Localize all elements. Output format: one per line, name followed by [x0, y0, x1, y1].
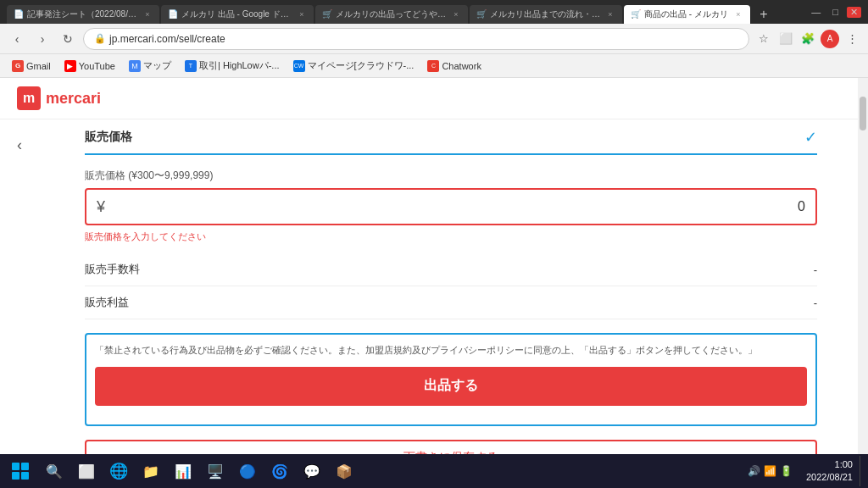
- taskbar: 🔍 ⬜ 🌐 📁 📊 🖥️ 🔵 🌀 💬 📦 🔊 📶 🔋 1:00 2022/08/…: [0, 454, 868, 488]
- bookmark-maps-label: マップ: [143, 59, 171, 72]
- tab-1-label: 記事発注シート（2022/08/01-...: [27, 8, 137, 20]
- bookmark-trading[interactable]: T 取引| HighLowパ-...: [180, 58, 285, 74]
- extension-icon[interactable]: 🧩: [798, 30, 817, 48]
- taskbar-edge2[interactable]: 🌀: [264, 456, 295, 486]
- tab-5-favicon: 🛒: [631, 9, 641, 19]
- submit-button[interactable]: 出品する: [95, 367, 807, 406]
- fee-row: 販売手数料 -: [85, 253, 817, 286]
- bookmark-star-icon[interactable]: ☆: [754, 30, 773, 48]
- taskbar-app1[interactable]: 🖥️: [200, 456, 231, 486]
- profit-label: 販売利益: [85, 295, 129, 310]
- titlebar: 📄 記事発注シート（2022/08/01-... × 📄 メルカリ 出品 - G…: [0, 0, 868, 24]
- section-title: 販売価格: [85, 130, 132, 145]
- price-input[interactable]: [112, 199, 805, 214]
- bookmark-chatwork-label: Chatwork: [442, 61, 481, 71]
- fee-label: 販売手数料: [85, 262, 140, 277]
- show-desktop-button[interactable]: [860, 456, 865, 486]
- tab-4-close[interactable]: ×: [605, 9, 615, 19]
- gmail-favicon: G: [12, 60, 24, 72]
- trading-favicon: T: [185, 60, 197, 72]
- maximize-icon[interactable]: □: [829, 7, 842, 17]
- url-bar[interactable]: 🔒 jp.mercari.com/sell/create: [83, 28, 749, 50]
- clock-date: 2022/08/21: [806, 471, 853, 484]
- bookmark-mypage[interactable]: CW マイページ[クラウドワ-...: [288, 58, 420, 74]
- scrollbar[interactable]: [858, 78, 868, 454]
- consent-box: 「禁止されている行為及び出品物を必ずご確認ください。また、加盟店規約及びプライバ…: [85, 333, 817, 426]
- bookmark-gmail[interactable]: G Gmail: [7, 58, 56, 74]
- tab-5[interactable]: 🛒 商品の出品 - メルカリ ×: [624, 5, 750, 24]
- secure-icon: 🔒: [94, 33, 106, 44]
- minimize-icon[interactable]: —: [808, 7, 824, 17]
- tab-2[interactable]: 📄 メルカリ 出品 - Google ドキュメ... ×: [161, 5, 314, 24]
- clock-time: 1:00: [806, 458, 853, 471]
- tray-battery-icon[interactable]: 🔋: [780, 465, 793, 477]
- chatwork-favicon: C: [427, 60, 439, 72]
- tab-1-favicon: 📄: [14, 9, 24, 19]
- taskbar-excel[interactable]: 📊: [168, 456, 198, 486]
- tab-4-favicon: 🛒: [476, 9, 487, 19]
- taskbar-chrome[interactable]: 🔵: [232, 456, 263, 486]
- taskbar-app2[interactable]: 📦: [329, 456, 359, 486]
- mercari-page: m mercari ‹ 販売価格 ✓ 販売価格 (¥300〜9,999,999)…: [0, 78, 868, 454]
- menu-icon[interactable]: ⋮: [843, 30, 861, 48]
- bookmark-chatwork[interactable]: C Chatwork: [422, 58, 486, 74]
- taskbar-clock[interactable]: 1:00 2022/08/21: [801, 458, 858, 485]
- fee-value: -: [814, 263, 817, 276]
- maps-favicon: M: [129, 60, 141, 72]
- tab-2-close[interactable]: ×: [297, 9, 307, 19]
- tray-volume-icon[interactable]: 📶: [764, 465, 776, 477]
- taskbar-edge[interactable]: 🌐: [103, 456, 134, 486]
- tab-3-label: メルカリの出品ってどうやるの？初...: [336, 8, 446, 20]
- mercari-logo-text: mercari: [46, 90, 101, 108]
- mercari-header: m mercari: [0, 78, 868, 119]
- tab-search-icon[interactable]: ⬜: [776, 30, 795, 48]
- forward-button[interactable]: ›: [32, 29, 53, 49]
- back-button[interactable]: ‹: [7, 29, 27, 49]
- tab-2-label: メルカリ 出品 - Google ドキュメ...: [181, 8, 292, 20]
- bookmark-youtube[interactable]: ▶ YouTube: [59, 58, 120, 74]
- start-button[interactable]: [3, 456, 37, 486]
- bookmark-youtube-label: YouTube: [79, 61, 115, 71]
- tab-3-close[interactable]: ×: [451, 9, 461, 19]
- tab-4[interactable]: 🛒 メルカリ出品までの流れ・売り方... ×: [470, 5, 622, 24]
- youtube-favicon: ▶: [64, 60, 76, 72]
- tab-2-favicon: 📄: [168, 9, 178, 19]
- price-error-message: 販売価格を入力してください: [85, 230, 817, 243]
- taskbar-task-view[interactable]: ⬜: [71, 456, 102, 486]
- tray-network-icon[interactable]: 🔊: [748, 465, 760, 477]
- draft-button[interactable]: 下書きに保存する: [85, 440, 817, 454]
- tab-1[interactable]: 📄 記事発注シート（2022/08/01-... ×: [7, 5, 159, 24]
- tab-5-close[interactable]: ×: [733, 9, 743, 19]
- windows-logo: [12, 463, 29, 480]
- section-title-line: 販売価格 ✓: [85, 128, 817, 155]
- price-input-wrapper: ¥: [85, 188, 817, 225]
- reload-button[interactable]: ↻: [58, 29, 78, 49]
- mercari-logo: m mercari: [17, 86, 101, 110]
- tab-1-close[interactable]: ×: [142, 9, 153, 19]
- window-controls: — □ ✕: [808, 7, 861, 18]
- tab-3[interactable]: 🛒 メルカリの出品ってどうやるの？初... ×: [315, 5, 468, 24]
- bookmark-maps[interactable]: M マップ: [124, 58, 176, 74]
- back-arrow[interactable]: ‹: [17, 136, 22, 154]
- taskbar-slack[interactable]: 💬: [297, 456, 327, 486]
- tab-3-favicon: 🛒: [322, 9, 332, 19]
- tab-5-label: 商品の出品 - メルカリ: [644, 8, 728, 20]
- taskbar-search[interactable]: 🔍: [39, 456, 70, 486]
- profit-row: 販売利益 -: [85, 286, 817, 319]
- profile-icon[interactable]: A: [821, 30, 839, 48]
- browser-content: m mercari ‹ 販売価格 ✓ 販売価格 (¥300〜9,999,999)…: [0, 78, 868, 454]
- bookmarks-bar: G Gmail ▶ YouTube M マップ T 取引| HighLowパ-.…: [0, 54, 868, 78]
- tab-4-label: メルカリ出品までの流れ・売り方...: [490, 8, 600, 20]
- taskbar-folder[interactable]: 📁: [136, 456, 166, 486]
- scrollbar-thumb[interactable]: [860, 97, 866, 130]
- close-icon[interactable]: ✕: [847, 7, 861, 18]
- addressbar: ‹ › ↻ 🔒 jp.mercari.com/sell/create ☆ ⬜ 🧩…: [0, 24, 868, 54]
- new-tab-button[interactable]: +: [752, 5, 776, 24]
- browser-action-icons: ☆ ⬜ 🧩 A ⋮: [754, 30, 861, 48]
- bookmark-mypage-label: マイページ[クラウドワ-...: [308, 59, 415, 72]
- price-currency: ¥: [97, 198, 105, 216]
- consent-text: 「禁止されている行為及び出品物を必ずご確認ください。また、加盟店規約及びプライバ…: [95, 345, 757, 355]
- bookmark-gmail-label: Gmail: [26, 61, 51, 71]
- mercari-logo-icon: m: [17, 86, 41, 110]
- url-text: jp.mercari.com/sell/create: [109, 33, 225, 45]
